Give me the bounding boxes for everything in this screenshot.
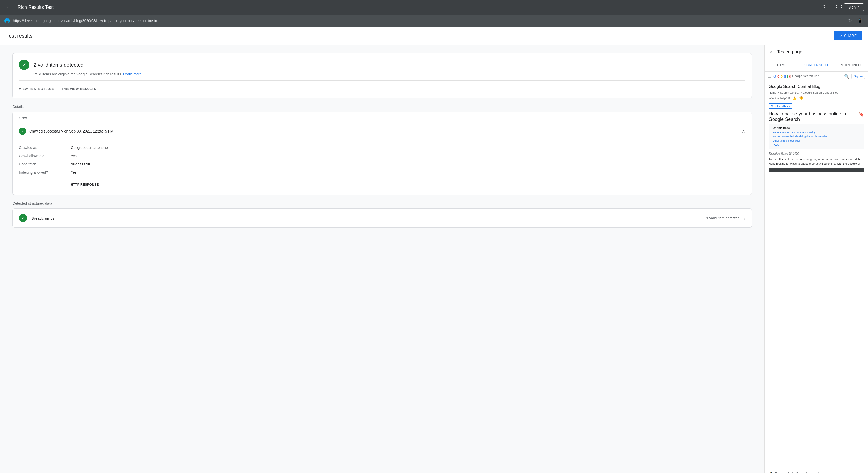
- crawled-as-label: Crawled as: [19, 146, 71, 150]
- breadcrumb-name: Breadcrumbs: [31, 216, 706, 220]
- preview-description: As the effects of the coronavirus grow, …: [769, 157, 864, 166]
- preview-table-of-contents: On this page Recommended: limit site fun…: [769, 124, 864, 149]
- page-header: Test results ↗ SHARE: [0, 27, 868, 45]
- preview-toc-title: On this page: [773, 126, 861, 129]
- main-layout: ✓ 2 valid items detected Valid items are…: [0, 45, 868, 473]
- crawl-detail-row: Page fetch Successful: [19, 160, 745, 168]
- breadcrumb-home: Home: [769, 91, 776, 94]
- page-title: Test results: [6, 33, 834, 39]
- apps-button[interactable]: ⋮⋮⋮: [832, 2, 842, 12]
- valid-header: ✓ 2 valid items detected: [19, 60, 745, 70]
- valid-title: 2 valid items detected: [33, 62, 84, 68]
- tab-more-info[interactable]: MORE INFO: [834, 59, 868, 71]
- preview-logo-text: Google Search Cen...: [792, 75, 822, 78]
- refresh-button[interactable]: ↻: [847, 17, 853, 25]
- phone-icon: 📱: [769, 472, 773, 473]
- breadcrumb-sep2: >: [800, 91, 802, 94]
- preview-feedback-row: Was this helpful? 👍 👎: [769, 96, 864, 100]
- url-bar: 🌐 ↻ 📱: [0, 14, 868, 27]
- help-button[interactable]: ?: [819, 2, 829, 12]
- crawl-detail-row: Indexing allowed? Yes: [19, 168, 745, 177]
- crawl-card: Crawl ✓ Crawled successfully on Sep 30, …: [12, 112, 752, 195]
- preview-nav: ☰ Google Google Search Cen... 🔍 Sign in: [765, 71, 868, 81]
- screenshot-preview: ☰ Google Google Search Cen... 🔍 Sign in …: [765, 71, 868, 175]
- send-feedback-button[interactable]: Send feedback: [769, 104, 792, 109]
- bookmark-icon[interactable]: 🔖: [859, 112, 864, 117]
- crawl-allowed-value: Yes: [71, 154, 77, 158]
- preview-article-title: How to pause your business online in Goo…: [769, 111, 864, 122]
- crawl-detail-row: Crawled as Googlebot smartphone: [19, 143, 745, 152]
- panel-header: × Tested page: [765, 45, 868, 59]
- preview-toc-item: Recommended: limit site functionality: [773, 130, 861, 135]
- globe-icon: 🌐: [4, 18, 10, 24]
- preview-blog-title: Google Search Central Blog: [769, 84, 864, 89]
- content-area: ✓ 2 valid items detected Valid items are…: [0, 45, 764, 473]
- panel-footer-text: Rendered with Googlebot smartphone: [775, 472, 828, 473]
- tab-html[interactable]: HTML: [765, 59, 799, 71]
- right-panel: × Tested page HTML SCREENSHOT MORE INFO …: [764, 45, 868, 473]
- card-actions: VIEW TESTED PAGE PREVIEW RESULTS: [19, 80, 745, 92]
- preview-google-logo: Google Google Search Cen...: [773, 74, 822, 78]
- panel-content: ☰ Google Google Search Cen... 🔍 Sign in …: [765, 71, 868, 469]
- preview-sign-in-button[interactable]: Sign in: [851, 73, 865, 79]
- page-fetch-label: Page fetch: [19, 162, 71, 166]
- details-label: Details: [12, 105, 752, 109]
- breadcrumb-card: ✓ Breadcrumbs 1 valid item detected ›: [12, 208, 752, 228]
- collapse-button[interactable]: ∧: [742, 128, 745, 134]
- valid-description: Valid items are eligible for Google Sear…: [19, 72, 745, 76]
- share-label: SHARE: [844, 34, 857, 38]
- breadcrumb-check-icon: ✓: [19, 214, 27, 222]
- result-card: ✓ 2 valid items detected Valid items are…: [12, 53, 752, 98]
- preview-toc-item: Not recommended: disabling the whole web…: [773, 135, 861, 139]
- nav-icons: ? ⋮⋮⋮ Sign in: [819, 2, 864, 12]
- preview-date: Thursday, March 26, 2020: [769, 152, 864, 155]
- sign-in-button[interactable]: Sign in: [844, 3, 864, 11]
- http-response-label: HTTP RESPONSE: [71, 181, 99, 188]
- crawl-success-left: ✓ Crawled successfully on Sep 30, 2021, …: [19, 127, 114, 135]
- view-tested-page-button[interactable]: VIEW TESTED PAGE: [19, 86, 54, 92]
- nav-bar: ← Rich Results Test ? ⋮⋮⋮ Sign in: [0, 0, 868, 14]
- panel-footer: 📱 Rendered with Googlebot smartphone: [765, 469, 868, 473]
- preview-search-icon: 🔍: [844, 74, 849, 79]
- breadcrumb-blog: Google Search Central Blog: [803, 91, 838, 94]
- url-input[interactable]: [13, 19, 844, 23]
- crawl-header: Crawl: [13, 112, 752, 123]
- breadcrumb-sep1: >: [777, 91, 779, 94]
- crawl-details: Crawled as Googlebot smartphone Crawl al…: [13, 139, 752, 195]
- crawled-as-value: Googlebot smartphone: [71, 146, 107, 150]
- valid-check-icon: ✓: [19, 60, 29, 70]
- panel-tabs: HTML SCREENSHOT MORE INFO: [765, 59, 868, 71]
- nav-title: Rich Results Test: [18, 5, 815, 10]
- panel-close-button[interactable]: ×: [770, 49, 773, 55]
- crawl-detail-row: Crawl allowed? Yes: [19, 152, 745, 160]
- crawl-success-icon: ✓: [19, 127, 26, 135]
- thumbs-down-icon[interactable]: 👎: [799, 96, 803, 100]
- preview-toc-item: Other things to consider: [773, 139, 861, 143]
- preview-results-button[interactable]: PREVIEW RESULTS: [62, 86, 96, 92]
- share-icon: ↗: [839, 34, 842, 38]
- detected-structured-data-label: Detected structured data: [12, 201, 752, 205]
- preview-breadcrumb: Home > Search Central > Google Search Ce…: [769, 91, 864, 94]
- crawl-success-row: ✓ Crawled successfully on Sep 30, 2021, …: [13, 123, 752, 139]
- crawl-allowed-label: Crawl allowed?: [19, 154, 71, 158]
- preview-hamburger-icon: ☰: [768, 74, 771, 79]
- device-toggle-button[interactable]: 📱: [856, 17, 864, 25]
- preview-helpful-text: Was this helpful?: [769, 97, 790, 100]
- indexing-allowed-value: Yes: [71, 170, 77, 175]
- thumbs-up-icon[interactable]: 👍: [792, 96, 797, 100]
- indexing-allowed-label: Indexing allowed?: [19, 170, 71, 175]
- http-response-row: HTTP RESPONSE: [19, 177, 745, 190]
- tab-screenshot[interactable]: SCREENSHOT: [799, 59, 834, 71]
- back-button[interactable]: ←: [4, 2, 13, 12]
- learn-more-link[interactable]: Learn more: [123, 72, 142, 76]
- breadcrumb-value: 1 valid item detected: [706, 216, 739, 220]
- breadcrumb-expand-button[interactable]: ›: [744, 215, 745, 221]
- preview-highlight-bar: [769, 168, 864, 172]
- share-button[interactable]: ↗ SHARE: [834, 31, 862, 40]
- breadcrumb-search-central: Search Central: [780, 91, 799, 94]
- preview-toc-item: FAQs: [773, 143, 861, 147]
- page-fetch-value: Successful: [71, 162, 90, 166]
- panel-title: Tested page: [777, 49, 802, 55]
- crawl-success-text: Crawled successfully on Sep 30, 2021, 12…: [29, 129, 114, 133]
- preview-body: Google Search Central Blog Home > Search…: [765, 81, 868, 175]
